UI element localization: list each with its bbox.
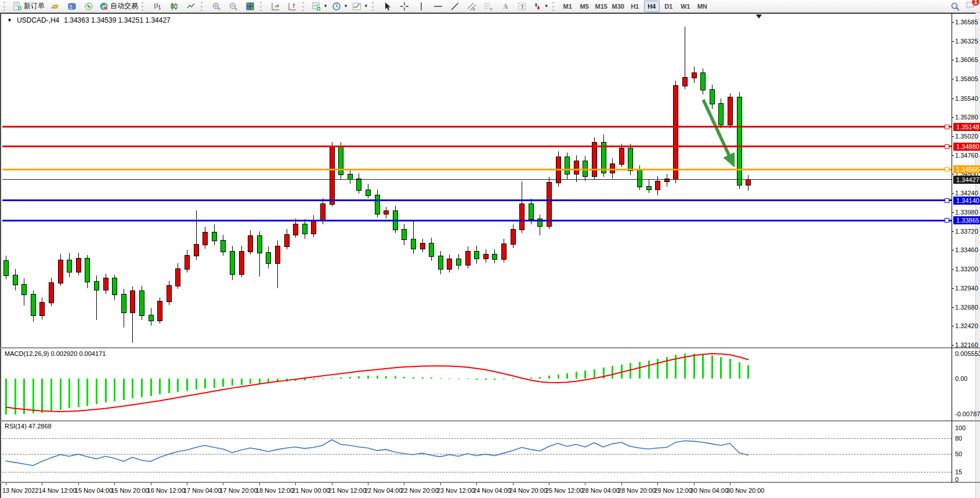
toolbar-right: 1 <box>950 0 975 13</box>
vertical-line-tool-button[interactable] <box>413 0 429 13</box>
zoom-out-icon <box>229 2 238 11</box>
periods-button[interactable]: ▼ <box>330 0 350 13</box>
crosshair-tool-button[interactable] <box>396 0 413 13</box>
chevron-down-icon: ▼ <box>343 3 348 9</box>
chart-window: ▼ USDCAD-,H4 1.34363 1.34539 1.34251 1.3… <box>0 13 980 498</box>
auto-scroll-button[interactable] <box>267 0 284 13</box>
chart-shift-icon <box>288 2 297 11</box>
timeframe-m5[interactable]: M5 <box>577 1 592 12</box>
timeframe-h1[interactable]: H1 <box>627 1 643 12</box>
symbol-title: USDCAD-,H4 <box>17 16 59 24</box>
new-order-icon <box>13 2 22 11</box>
zoom-in-icon <box>212 2 221 11</box>
notifications-button[interactable]: 1 <box>965 1 975 12</box>
mt4-window: 新订单 自动 <box>0 0 980 498</box>
candlestick-icon <box>169 2 179 11</box>
new-order-button[interactable]: 新订单 <box>11 0 46 13</box>
bar-chart-mode-button[interactable] <box>149 0 165 13</box>
tile-windows-icon <box>245 2 255 11</box>
autotrade-label: 自动交易 <box>110 1 138 11</box>
new-order-label: 新订单 <box>24 1 45 11</box>
main-toolbar: 新订单 自动 <box>0 0 980 13</box>
crosshair-icon <box>400 2 409 11</box>
toolbar-grip <box>302 2 307 11</box>
toolbar-grip <box>260 2 265 11</box>
timeframe-toolbar: M1M5M15M30H1H4D1W1MN <box>560 1 710 12</box>
svg-text:E: E <box>473 8 475 11</box>
toolbar-grip <box>552 2 557 11</box>
search-icon[interactable] <box>950 2 960 11</box>
candle-chart-mode-button[interactable] <box>166 0 182 13</box>
indicators-button[interactable]: ▼ <box>350 0 370 13</box>
auto-scroll-icon <box>271 2 280 11</box>
line-chart-mode-button[interactable] <box>183 0 199 13</box>
toolbar-grip <box>201 2 205 11</box>
timeframe-d1[interactable]: D1 <box>661 1 677 12</box>
toolbar-grip <box>372 2 377 11</box>
chevron-down-icon: ▼ <box>364 3 368 9</box>
autotrade-button[interactable]: 自动交易 <box>97 0 140 13</box>
tile-windows-button[interactable] <box>242 0 258 13</box>
horizontal-line-tool-button[interactable] <box>430 0 446 13</box>
chevron-down-icon: ▼ <box>323 3 328 9</box>
svg-text:A: A <box>503 2 508 10</box>
channel-tool-button[interactable]: E <box>464 0 480 13</box>
zoom-in-button[interactable] <box>208 0 225 13</box>
trendline-icon <box>450 2 460 11</box>
toolbar-grip <box>142 2 146 11</box>
market-watch-button[interactable] <box>64 0 80 13</box>
zoom-out-button[interactable] <box>225 0 241 13</box>
chevron-down-icon: ▼ <box>544 3 549 9</box>
ohlc-readout: 1.34363 1.34539 1.34251 1.34427 <box>64 16 171 24</box>
symbol-collapse-icon[interactable]: ▼ <box>7 17 12 23</box>
arrow-objects-icon <box>533 2 542 11</box>
gold-button[interactable] <box>47 0 63 13</box>
equidistant-channel-icon: E <box>467 2 476 11</box>
text-label-icon: T <box>518 2 527 11</box>
window-edge <box>975 13 980 498</box>
chart-header: ▼ USDCAD-,H4 1.34363 1.34539 1.34251 1.3… <box>7 16 171 24</box>
fibonacci-tool-button[interactable]: F <box>480 0 497 13</box>
gold-ingot-icon <box>50 2 60 11</box>
chart-shift-button[interactable] <box>284 0 301 13</box>
text-icon: A <box>501 2 510 11</box>
trendline-tool-button[interactable] <box>447 0 463 13</box>
signals-button[interactable] <box>81 0 97 13</box>
cursor-icon <box>383 2 392 11</box>
toolbar-grip <box>3 2 8 11</box>
arrows-tool-button[interactable]: ▼ <box>531 0 551 13</box>
new-chart-icon <box>312 2 321 11</box>
svg-text:F: F <box>490 8 493 11</box>
autotrade-icon <box>99 2 109 11</box>
text-tool-button[interactable]: A <box>497 0 513 13</box>
timeframe-m30[interactable]: M30 <box>610 1 626 12</box>
svg-text:T: T <box>520 3 525 10</box>
line-chart-icon <box>186 2 196 11</box>
clock-icon <box>332 2 341 11</box>
horizontal-line-icon <box>433 2 443 11</box>
new-chart-button[interactable]: ▼ <box>310 0 330 13</box>
cursor-tool-button[interactable] <box>379 0 396 13</box>
bar-chart-icon <box>153 2 162 11</box>
market-watch-icon <box>67 2 77 11</box>
vertical-line-icon <box>417 2 426 11</box>
text-label-tool-button[interactable]: T <box>514 0 530 13</box>
fibonacci-icon: F <box>484 2 493 11</box>
indicators-icon <box>352 2 361 11</box>
timeframe-h4[interactable]: H4 <box>644 1 660 12</box>
timeframe-mn[interactable]: MN <box>695 1 710 12</box>
timeframe-m15[interactable]: M15 <box>594 1 609 12</box>
timeframe-m1[interactable]: M1 <box>560 1 576 12</box>
signal-icon <box>84 2 93 11</box>
timeframe-w1[interactable]: W1 <box>678 1 693 12</box>
notification-badge: 1 <box>972 0 979 6</box>
